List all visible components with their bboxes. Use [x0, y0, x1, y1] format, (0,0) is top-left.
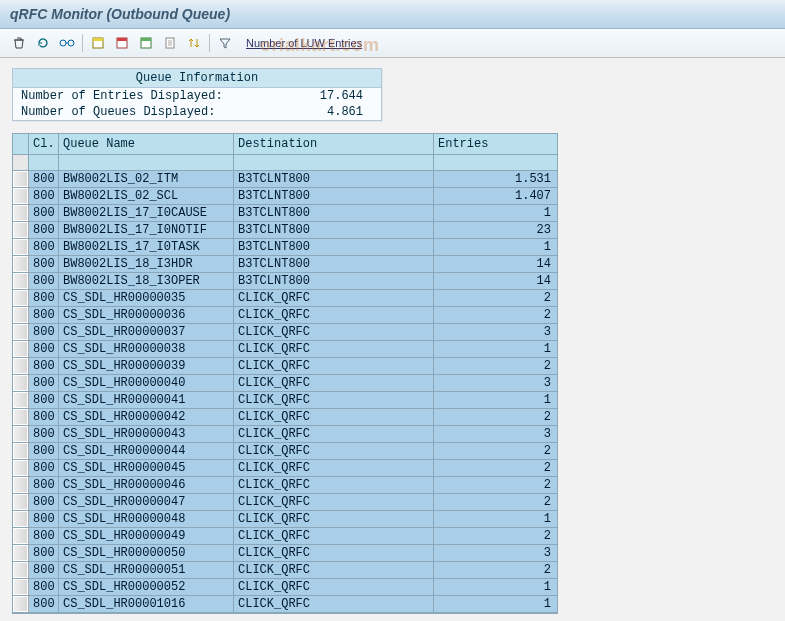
row-selector[interactable]	[13, 426, 29, 443]
cell-client: 800	[29, 528, 59, 545]
cell-client: 800	[29, 273, 59, 290]
save-red-icon[interactable]	[111, 32, 133, 54]
cell-queue-name: CS_SDL_HR00000042	[59, 409, 234, 426]
cell-entries: 1	[434, 392, 557, 409]
cell-entries: 2	[434, 494, 557, 511]
table-row[interactable]: 800BW8002LIS_02_SCLB3TCLNT8001.407	[13, 188, 557, 205]
table-row[interactable]: 800CS_SDL_HR00000051CLICK_QRFC2	[13, 562, 557, 579]
cell-entries: 1	[434, 341, 557, 358]
table-row[interactable]: 800CS_SDL_HR00000048CLICK_QRFC1	[13, 511, 557, 528]
grid-select-all[interactable]	[13, 134, 29, 155]
queue-info-header: Queue Information	[13, 69, 381, 88]
sort-icon[interactable]	[183, 32, 205, 54]
row-selector[interactable]	[13, 171, 29, 188]
table-row[interactable]: 800CS_SDL_HR00000038CLICK_QRFC1	[13, 341, 557, 358]
table-row[interactable]: 800CS_SDL_HR00000045CLICK_QRFC2	[13, 460, 557, 477]
row-selector[interactable]	[13, 392, 29, 409]
cell-queue-name: CS_SDL_HR00000036	[59, 307, 234, 324]
row-selector[interactable]	[13, 494, 29, 511]
svg-point-0	[60, 40, 66, 46]
table-row[interactable]: 800CS_SDL_HR00000046CLICK_QRFC2	[13, 477, 557, 494]
cell-queue-name: CS_SDL_HR00000043	[59, 426, 234, 443]
row-selector[interactable]	[13, 528, 29, 545]
table-row[interactable]: 800CS_SDL_HR00000044CLICK_QRFC2	[13, 443, 557, 460]
cell-entries: 2	[434, 460, 557, 477]
row-selector[interactable]	[13, 579, 29, 596]
col-destination[interactable]: Destination	[234, 134, 434, 155]
cell-destination: CLICK_QRFC	[234, 443, 434, 460]
cell-client: 800	[29, 290, 59, 307]
save-yellow-icon[interactable]	[87, 32, 109, 54]
row-selector[interactable]	[13, 477, 29, 494]
row-selector[interactable]	[13, 511, 29, 528]
row-selector[interactable]	[13, 562, 29, 579]
save-green-icon[interactable]	[135, 32, 157, 54]
table-row[interactable]: 800CS_SDL_HR00000039CLICK_QRFC2	[13, 358, 557, 375]
cell-client: 800	[29, 324, 59, 341]
cell-destination: CLICK_QRFC	[234, 307, 434, 324]
table-row[interactable]: 800BW8002LIS_17_I0NOTIFB3TCLNT80023	[13, 222, 557, 239]
refresh-icon[interactable]	[32, 32, 54, 54]
table-row[interactable]: 800BW8002LIS_17_I0CAUSEB3TCLNT8001	[13, 205, 557, 222]
row-selector[interactable]	[13, 545, 29, 562]
row-selector[interactable]	[13, 443, 29, 460]
cell-queue-name: BW8002LIS_17_I0CAUSE	[59, 205, 234, 222]
col-queue-name[interactable]: Queue Name	[59, 134, 234, 155]
row-selector[interactable]	[13, 222, 29, 239]
queues-displayed-label: Number of Queues Displayed:	[21, 105, 251, 119]
row-selector[interactable]	[13, 341, 29, 358]
cell-entries: 14	[434, 273, 557, 290]
row-selector[interactable]	[13, 375, 29, 392]
row-selector[interactable]	[13, 205, 29, 222]
cell-queue-name: CS_SDL_HR00000035	[59, 290, 234, 307]
cell-entries: 3	[434, 375, 557, 392]
table-row[interactable]: 800CS_SDL_HR00000049CLICK_QRFC2	[13, 528, 557, 545]
row-selector[interactable]	[13, 324, 29, 341]
table-row[interactable]: 800CS_SDL_HR00000052CLICK_QRFC1	[13, 579, 557, 596]
cell-entries: 1.407	[434, 188, 557, 205]
row-selector[interactable]	[13, 188, 29, 205]
table-row[interactable]: 800CS_SDL_HR00000037CLICK_QRFC3	[13, 324, 557, 341]
cell-destination: CLICK_QRFC	[234, 460, 434, 477]
row-selector[interactable]	[13, 273, 29, 290]
row-selector[interactable]	[13, 256, 29, 273]
cell-destination: CLICK_QRFC	[234, 545, 434, 562]
luw-entries-link[interactable]: Number of LUW Entries	[246, 37, 362, 49]
document-icon[interactable]	[159, 32, 181, 54]
cell-entries: 3	[434, 426, 557, 443]
cell-client: 800	[29, 443, 59, 460]
table-row[interactable]: 800CS_SDL_HR00000035CLICK_QRFC2	[13, 290, 557, 307]
cell-queue-name: CS_SDL_HR00000045	[59, 460, 234, 477]
cell-destination: CLICK_QRFC	[234, 409, 434, 426]
table-row[interactable]: 800BW8002LIS_18_I3OPERB3TCLNT80014	[13, 273, 557, 290]
table-row[interactable]: 800BW8002LIS_18_I3HDRB3TCLNT80014	[13, 256, 557, 273]
row-selector[interactable]	[13, 307, 29, 324]
col-client[interactable]: Cl.	[29, 134, 59, 155]
row-selector[interactable]	[13, 460, 29, 477]
col-entries[interactable]: Entries	[434, 134, 557, 155]
table-row[interactable]: 800CS_SDL_HR00000036CLICK_QRFC2	[13, 307, 557, 324]
cell-entries: 1	[434, 596, 557, 613]
table-row[interactable]: 800BW8002LIS_17_I0TASKB3TCLNT8001	[13, 239, 557, 256]
glasses-icon[interactable]	[56, 32, 78, 54]
trash-icon[interactable]	[8, 32, 30, 54]
row-selector[interactable]	[13, 596, 29, 613]
table-row[interactable]: 800CS_SDL_HR00000041CLICK_QRFC1	[13, 392, 557, 409]
cell-entries: 2	[434, 358, 557, 375]
row-selector[interactable]	[13, 239, 29, 256]
table-row[interactable]: 800CS_SDL_HR00000040CLICK_QRFC3	[13, 375, 557, 392]
table-row[interactable]: 800CS_SDL_HR00000050CLICK_QRFC3	[13, 545, 557, 562]
row-selector[interactable]	[13, 358, 29, 375]
filter-icon[interactable]	[214, 32, 236, 54]
cell-destination: CLICK_QRFC	[234, 290, 434, 307]
row-selector[interactable]	[13, 290, 29, 307]
table-row[interactable]: 800CS_SDL_HR00000047CLICK_QRFC2	[13, 494, 557, 511]
table-row[interactable]: 800BW8002LIS_02_ITMB3TCLNT8001.531	[13, 171, 557, 188]
table-row[interactable]: 800CS_SDL_HR00000042CLICK_QRFC2	[13, 409, 557, 426]
cell-entries: 23	[434, 222, 557, 239]
table-row[interactable]: 800CS_SDL_HR00001016CLICK_QRFC1	[13, 596, 557, 613]
cell-queue-name: CS_SDL_HR00000048	[59, 511, 234, 528]
row-selector[interactable]	[13, 409, 29, 426]
cell-queue-name: CS_SDL_HR00000049	[59, 528, 234, 545]
table-row[interactable]: 800CS_SDL_HR00000043CLICK_QRFC3	[13, 426, 557, 443]
